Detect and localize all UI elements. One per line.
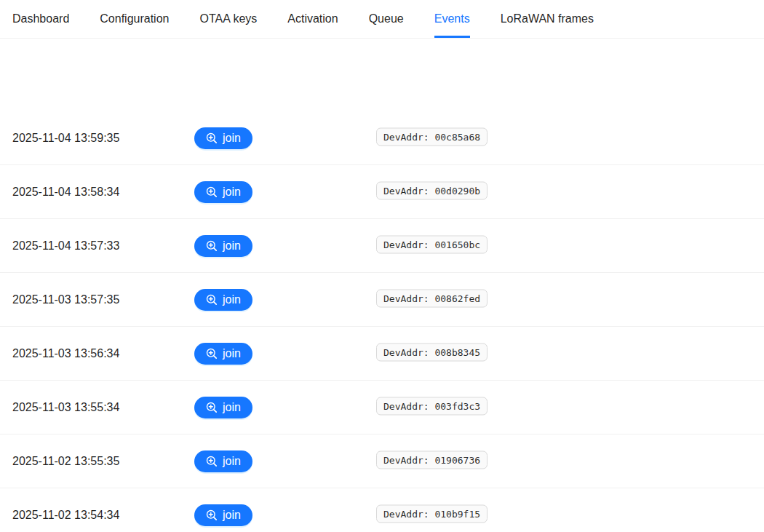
event-row: 2025-11-03 13:55:34 join DevAddr: 003fd3… <box>0 381 764 434</box>
event-timestamp: 2025-11-03 13:56:34 <box>12 347 119 360</box>
zoom-in-icon <box>206 294 218 306</box>
event-row: 2025-11-04 13:59:35 join DevAddr: 00c85a… <box>0 111 764 165</box>
event-timestamp: 2025-11-04 13:58:34 <box>12 186 119 199</box>
tab-label: Queue <box>369 12 404 25</box>
join-button-label: join <box>223 347 241 360</box>
join-event-button[interactable]: join <box>194 504 252 526</box>
zoom-in-icon <box>206 348 218 360</box>
devaddr-tag: DevAddr: 003fd3c3 <box>376 397 488 415</box>
zoom-in-icon <box>206 402 218 413</box>
zoom-in-icon <box>206 132 218 144</box>
devaddr-tag: DevAddr: 008b8345 <box>376 343 488 361</box>
event-timestamp: 2025-11-04 13:59:35 <box>12 132 119 145</box>
tab-dashboard[interactable]: Dashboard <box>12 0 69 38</box>
zoom-in-icon <box>206 240 218 252</box>
tab-label: LoRaWAN frames <box>501 12 594 25</box>
join-event-button[interactable]: join <box>194 343 252 365</box>
zoom-in-icon <box>206 456 218 467</box>
event-row: 2025-11-03 13:57:35 join DevAddr: 00862f… <box>0 273 764 327</box>
devaddr-tag: DevAddr: 01906736 <box>376 450 488 469</box>
tab-events[interactable]: Events <box>434 0 470 38</box>
event-timestamp: 2025-11-03 13:55:34 <box>12 401 119 414</box>
event-row: 2025-11-02 13:54:34 join DevAddr: 010b9f… <box>0 488 764 532</box>
tab-bar: DashboardConfigurationOTAA keysActivatio… <box>0 0 764 39</box>
zoom-in-icon <box>206 509 218 521</box>
tab-label: Dashboard <box>12 12 69 25</box>
join-button-label: join <box>223 186 241 199</box>
join-button-label: join <box>223 239 241 253</box>
event-timestamp: 2025-11-02 13:55:35 <box>12 455 119 468</box>
devaddr-tag: DevAddr: 00862fed <box>376 289 488 307</box>
event-row: 2025-11-02 13:55:35 join DevAddr: 019067… <box>0 434 764 488</box>
join-button-label: join <box>223 132 241 145</box>
join-button-label: join <box>223 455 241 468</box>
tab-otaa-keys[interactable]: OTAA keys <box>199 0 257 38</box>
join-event-button[interactable]: join <box>194 235 252 257</box>
events-list: 2025-11-04 13:59:35 join DevAddr: 00c85a… <box>0 111 764 532</box>
tab-label: Events <box>434 12 470 25</box>
event-timestamp: 2025-11-04 13:57:33 <box>12 239 119 253</box>
tab-configuration[interactable]: Configuration <box>100 0 169 38</box>
tab-label: OTAA keys <box>199 12 257 25</box>
content-spacer <box>0 39 764 111</box>
join-event-button[interactable]: join <box>194 181 252 203</box>
event-timestamp: 2025-11-02 13:54:34 <box>12 509 119 522</box>
join-event-button[interactable]: join <box>194 289 252 311</box>
tab-activation[interactable]: Activation <box>287 0 338 38</box>
event-row: 2025-11-04 13:57:33 join DevAddr: 001650… <box>0 219 764 273</box>
join-event-button[interactable]: join <box>194 127 252 149</box>
event-timestamp: 2025-11-03 13:57:35 <box>12 293 119 306</box>
join-button-label: join <box>223 293 241 306</box>
tab-label: Configuration <box>100 12 169 25</box>
devaddr-tag: DevAddr: 00d0290b <box>376 181 488 199</box>
tab-label: Activation <box>287 12 338 25</box>
join-event-button[interactable]: join <box>194 397 252 418</box>
tab-queue[interactable]: Queue <box>369 0 404 38</box>
join-button-label: join <box>223 509 241 522</box>
zoom-in-icon <box>206 186 218 198</box>
tab-lorawan-frames[interactable]: LoRaWAN frames <box>501 0 594 38</box>
devaddr-tag: DevAddr: 001650bc <box>376 235 488 253</box>
event-row: 2025-11-04 13:58:34 join DevAddr: 00d029… <box>0 165 764 219</box>
join-event-button[interactable]: join <box>194 450 252 472</box>
devaddr-tag: DevAddr: 010b9f15 <box>376 504 488 523</box>
devaddr-tag: DevAddr: 00c85a68 <box>376 127 488 146</box>
event-row: 2025-11-03 13:56:34 join DevAddr: 008b83… <box>0 327 764 381</box>
join-button-label: join <box>223 401 241 414</box>
